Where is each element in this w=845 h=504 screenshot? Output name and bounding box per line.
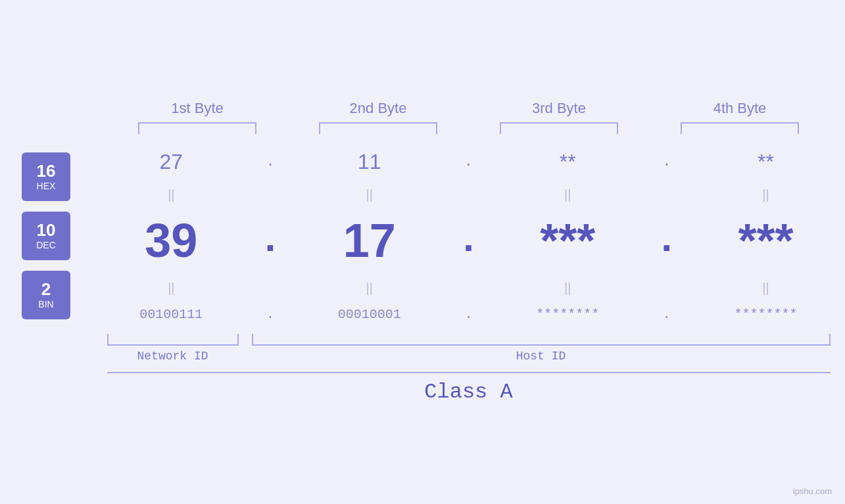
dec-dot1: . <box>257 218 283 263</box>
hex-dot1: . <box>257 154 283 170</box>
bottom-brackets <box>107 334 831 346</box>
byte-headers: 1st Byte 2nd Byte 3rd Byte 4th Byte <box>107 100 831 117</box>
dec-badge: 10 DEC <box>22 212 70 260</box>
bin-dot1: . <box>257 307 283 322</box>
hex-row: 27 . 11 . ** . ** <box>92 141 845 183</box>
hex-b2: 11 <box>297 150 442 174</box>
byte3-header: 3rd Byte <box>487 100 631 117</box>
eq1-b1: || <box>99 185 243 203</box>
bin-number: 2 <box>41 280 51 299</box>
eq2-b3: || <box>495 278 640 296</box>
eq1-b4: || <box>694 185 838 203</box>
dec-row: 39 . 17 . *** . *** <box>92 204 845 277</box>
left-labels: 16 HEX 10 DEC 2 BIN <box>0 141 92 331</box>
hex-b4: ** <box>694 150 838 174</box>
equals-row-2: || || || || <box>92 277 845 298</box>
dec-b3: *** <box>495 214 640 267</box>
bracket-b3 <box>500 122 618 134</box>
byte2-header: 2nd Byte <box>306 100 450 117</box>
eq2-b4: || <box>694 278 838 296</box>
hex-number: 16 <box>37 162 56 181</box>
host-id-label: Host ID <box>252 350 831 363</box>
class-footer: Class A <box>107 372 831 404</box>
class-bracket <box>107 372 831 373</box>
bottom-section: Network ID Host ID <box>107 334 831 363</box>
bin-b3: ******** <box>495 307 640 322</box>
bin-row: 00100111 . 00010001 . ******** . <box>92 298 845 331</box>
bin-dot2: . <box>455 307 481 322</box>
eq1-b2: || <box>297 185 442 203</box>
dec-dot2: . <box>455 218 481 263</box>
dec-b1: 39 <box>99 214 243 267</box>
eq2-b1: || <box>99 278 243 296</box>
bin-label: BIN <box>38 299 53 310</box>
byte1-header: 1st Byte <box>125 100 270 117</box>
equals-row-1: || || || || <box>92 183 845 204</box>
dec-label: DEC <box>36 240 56 251</box>
bin-dot3: . <box>654 307 680 322</box>
hex-dot2: . <box>455 154 481 170</box>
dec-number: 10 <box>37 221 56 240</box>
bracket-b2 <box>319 122 437 134</box>
dec-b4: *** <box>694 214 838 267</box>
class-label: Class A <box>107 380 831 404</box>
rows-container: 27 . 11 . ** . ** <box>92 141 845 331</box>
bin-b1: 00100111 <box>99 307 243 322</box>
eq2-b2: || <box>297 278 442 296</box>
dec-dot3: . <box>654 218 680 263</box>
bottom-labels: Network ID Host ID <box>107 350 831 363</box>
content-area: 16 HEX 10 DEC 2 BIN 27 . <box>0 141 845 331</box>
hex-b1: 27 <box>99 150 243 174</box>
dec-b2: 17 <box>297 214 442 267</box>
network-bracket <box>107 334 239 346</box>
bin-badge: 2 BIN <box>22 271 70 319</box>
eq1-b3: || <box>495 185 640 203</box>
watermark: ipshu.com <box>793 486 832 496</box>
hex-badge: 16 HEX <box>22 152 70 201</box>
hex-b3: ** <box>495 150 640 174</box>
bin-b4: ******** <box>694 307 838 322</box>
top-brackets <box>107 122 831 134</box>
bracket-b4 <box>681 122 799 134</box>
byte4-header: 4th Byte <box>667 100 812 117</box>
main-container: 1st Byte 2nd Byte 3rd Byte 4th Byte 16 H… <box>0 0 845 504</box>
bin-b2: 00010001 <box>297 307 442 322</box>
host-bracket <box>252 334 831 346</box>
network-id-label: Network ID <box>107 350 239 363</box>
bracket-b1 <box>138 122 256 134</box>
hex-dot3: . <box>654 154 680 170</box>
hex-label: HEX <box>37 181 56 192</box>
